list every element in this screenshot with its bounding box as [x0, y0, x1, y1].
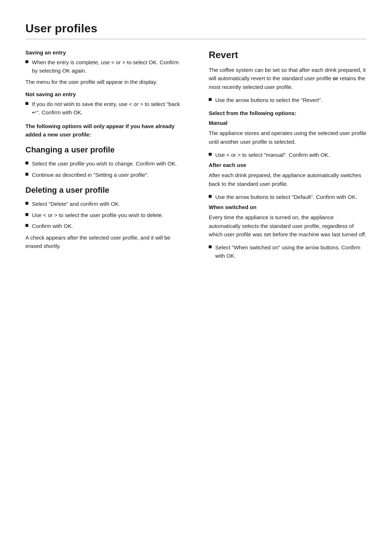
bullet-icon [25, 60, 28, 63]
revert-bullet: Use the arrow buttons to select the "Rev… [209, 96, 367, 105]
right-column: Revert The coffee system can be set so t… [205, 49, 367, 266]
saving-entry-paragraph: The menu for the user profile will appea… [25, 78, 183, 86]
manual-heading: Manual [209, 120, 367, 126]
after-each-bullet-text: Use the arrow buttons to select "Default… [215, 193, 367, 201]
revert-bullet-text: Use the arrow buttons to select the "Rev… [215, 96, 367, 105]
bullet-icon [25, 202, 28, 205]
select-options-heading: Select from the following options: [209, 110, 367, 116]
deleting-paragraph: A check appears after the selected user … [25, 233, 183, 250]
saving-entry-bullet1-text: When the entry is complete, use < or > t… [32, 58, 183, 75]
bullet-icon [209, 98, 212, 101]
select-options-section: Select from the following options: Manua… [209, 110, 367, 260]
deleting-bullet1: Select "Delete" and confirm with OK. [25, 200, 183, 208]
bullet-icon [25, 224, 28, 227]
left-column: Saving an entry When the entry is comple… [25, 49, 187, 266]
page-title: User profiles [25, 22, 367, 35]
not-saving-bullet: If you do not wish to save the entry, us… [25, 100, 183, 117]
bullet-icon [25, 162, 28, 164]
bullet-icon [25, 173, 28, 176]
deleting-bullet1-text: Select "Delete" and confirm with OK. [32, 200, 183, 208]
changing-bullet2-text: Continue as described in "Setting a user… [32, 171, 183, 179]
bold-block-text: The following options will only appear i… [25, 122, 183, 139]
revert-section: Revert The coffee system can be set so t… [209, 49, 367, 104]
saving-entry-bullet1: When the entry is complete, use < or > t… [25, 58, 183, 75]
deleting-bullet2-text: Use < or > to select the user profile yo… [32, 211, 183, 220]
deleting-bullet3-text: Confirm with OK. [32, 222, 183, 230]
deleting-bullet2: Use < or > to select the user profile yo… [25, 211, 183, 220]
bullet-icon [25, 213, 28, 216]
bullet-icon [209, 153, 212, 156]
after-each-heading: After each use [209, 162, 367, 168]
manual-section: Manual The appliance stores and operates… [209, 120, 367, 159]
when-switched-section: When switched on Every time the applianc… [209, 204, 367, 260]
saving-entry-section: Saving an entry When the entry is comple… [25, 49, 183, 117]
deleting-heading: Deleting a user profile [25, 185, 183, 195]
manual-bullet: Use < or > to select "manual". Confirm w… [209, 151, 367, 159]
bullet-icon [209, 245, 212, 248]
not-saving-bullet-text: If you do not wish to save the entry, us… [32, 100, 183, 117]
bold-block-section: The following options will only appear i… [25, 122, 183, 139]
changing-heading: Changing a user profile [25, 145, 183, 155]
when-switched-paragraph: Every time the appliance is turned on, t… [209, 213, 367, 238]
title-divider [25, 39, 367, 39]
saving-entry-heading: Saving an entry [25, 49, 183, 56]
revert-paragraph: The coffee system can be set so that aft… [209, 66, 367, 91]
when-switched-heading: When switched on [209, 204, 367, 210]
revert-heading: Revert [209, 49, 367, 61]
after-each-paragraph: After each drink prepared, the appliance… [209, 171, 367, 188]
changing-bullet1: Select the user profile you wish to chan… [25, 160, 183, 168]
deleting-section: Deleting a user profile Select "Delete" … [25, 185, 183, 250]
not-saving-heading: Not saving an entry [25, 91, 183, 97]
changing-bullet1-text: Select the user profile you wish to chan… [32, 160, 183, 168]
bullet-icon [209, 195, 212, 198]
manual-bullet-text: Use < or > to select "manual". Confirm w… [215, 151, 367, 159]
after-each-bullet: Use the arrow buttons to select "Default… [209, 193, 367, 201]
when-switched-bullet: Select "When switched on" using the arro… [209, 244, 367, 260]
bullet-icon [25, 102, 28, 105]
changing-bullet2: Continue as described in "Setting a user… [25, 171, 183, 179]
changing-section: Changing a user profile Select the user … [25, 145, 183, 179]
after-each-section: After each use After each drink prepared… [209, 162, 367, 201]
manual-paragraph: The appliance stores and operates using … [209, 129, 367, 146]
deleting-bullet3: Confirm with OK. [25, 222, 183, 230]
when-switched-bullet-text: Select "When switched on" using the arro… [215, 244, 367, 260]
